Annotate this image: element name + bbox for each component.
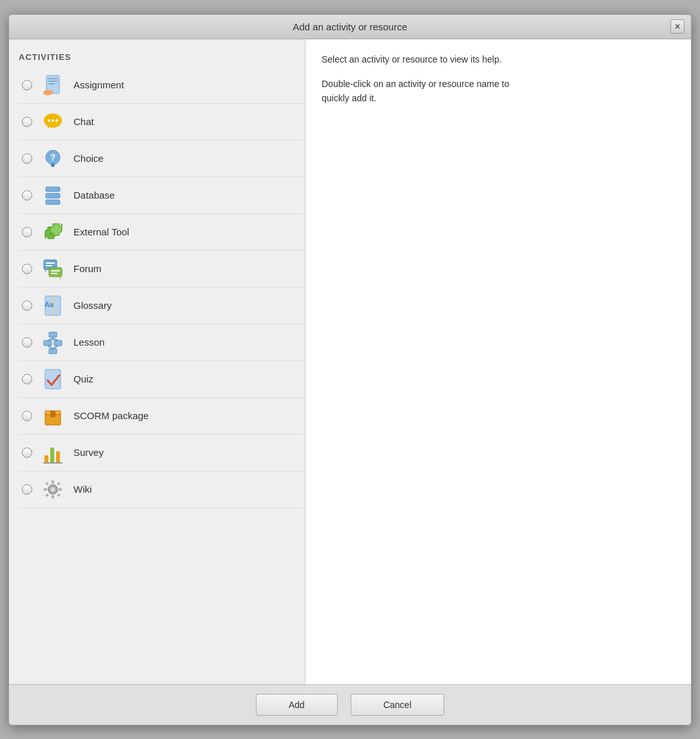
- svg-rect-2: [48, 81, 57, 82]
- svg-rect-43: [56, 451, 60, 463]
- radio-glossary[interactable]: [22, 301, 32, 311]
- radio-quiz[interactable]: [22, 374, 32, 384]
- chat-icon: [40, 109, 66, 135]
- svg-rect-5: [44, 90, 53, 94]
- survey-label: Survey: [73, 447, 104, 458]
- svg-rect-40: [50, 411, 55, 417]
- svg-rect-15: [46, 193, 60, 198]
- radio-chat[interactable]: [22, 117, 32, 127]
- content-area: ACTIVITIES: [9, 39, 691, 684]
- svg-rect-14: [46, 187, 60, 192]
- svg-rect-29: [44, 340, 52, 346]
- svg-rect-48: [52, 495, 54, 498]
- scroll-area[interactable]: ACTIVITIES: [9, 39, 305, 684]
- svg-rect-52: [57, 482, 61, 486]
- radio-survey[interactable]: [22, 448, 32, 458]
- radio-scorm[interactable]: [22, 411, 32, 421]
- assignment-icon: [40, 72, 66, 98]
- list-item[interactable]: Lesson: [19, 324, 305, 361]
- svg-point-13: [51, 163, 55, 167]
- close-button[interactable]: ×: [670, 19, 685, 34]
- radio-external-tool[interactable]: [22, 227, 32, 237]
- list-item[interactable]: Wiki: [19, 471, 305, 508]
- list-item[interactable]: External Tool: [19, 214, 305, 251]
- svg-rect-37: [45, 369, 61, 389]
- radio-lesson[interactable]: [22, 337, 32, 348]
- add-button[interactable]: Add: [256, 694, 338, 716]
- wiki-icon: [40, 477, 66, 502]
- activities-heading: ACTIVITIES: [19, 52, 305, 62]
- list-item[interactable]: Aa Glossary: [19, 288, 305, 324]
- title-bar: Add an activity or resource ×: [9, 15, 691, 39]
- svg-rect-31: [49, 349, 57, 354]
- list-item[interactable]: Forum: [19, 251, 305, 288]
- svg-rect-21: [49, 268, 62, 277]
- external-tool-icon: [40, 219, 66, 245]
- svg-rect-50: [59, 488, 62, 491]
- help-text-line1: Select an activity or resource to view i…: [322, 52, 675, 66]
- dialog-title: Add an activity or resource: [293, 21, 407, 32]
- svg-rect-49: [44, 488, 47, 491]
- svg-rect-47: [52, 480, 54, 484]
- svg-rect-22: [51, 270, 60, 271]
- list-item[interactable]: SCORM package: [19, 398, 305, 435]
- svg-rect-18: [46, 262, 55, 264]
- list-item[interactable]: Chat: [19, 104, 305, 141]
- right-panel: Select an activity or resource to view i…: [306, 39, 691, 684]
- svg-rect-41: [44, 455, 48, 463]
- svg-point-9: [52, 119, 54, 122]
- svg-line-35: [48, 346, 53, 349]
- svg-rect-19: [46, 265, 52, 266]
- svg-point-8: [48, 119, 50, 122]
- forum-label: Forum: [73, 263, 101, 274]
- glossary-label: Glossary: [73, 300, 112, 311]
- svg-text:Aa: Aa: [44, 301, 54, 308]
- dialog: Add an activity or resource × ACTIVITIES: [8, 14, 692, 725]
- svg-rect-53: [45, 493, 49, 497]
- radio-choice[interactable]: [22, 153, 32, 164]
- radio-wiki[interactable]: [22, 484, 32, 495]
- cancel-button[interactable]: Cancel: [351, 694, 445, 716]
- list-item[interactable]: Quiz: [19, 361, 305, 398]
- forum-icon: [40, 256, 66, 282]
- external-tool-label: External Tool: [73, 226, 129, 237]
- quiz-label: Quiz: [73, 373, 93, 384]
- choice-label: Choice: [73, 153, 104, 164]
- wiki-label: Wiki: [73, 484, 92, 495]
- assignment-label: Assignment: [73, 79, 124, 90]
- help-text-line2: Double-click on an activity or resource …: [322, 77, 675, 91]
- list-item[interactable]: Database: [19, 177, 305, 214]
- svg-rect-1: [48, 78, 57, 79]
- choice-icon: ?: [40, 146, 66, 172]
- database-icon: [40, 182, 66, 208]
- quiz-icon: [40, 366, 66, 392]
- lesson-icon: [40, 330, 66, 355]
- scorm-icon: [40, 403, 66, 429]
- svg-rect-54: [57, 493, 61, 497]
- svg-rect-28: [49, 332, 57, 337]
- svg-rect-30: [54, 340, 62, 346]
- glossary-icon: Aa: [40, 293, 66, 319]
- svg-rect-42: [50, 448, 54, 463]
- bottom-bar: Add Cancel: [9, 684, 691, 725]
- svg-line-36: [53, 346, 58, 349]
- list-item[interactable]: ? Choice: [19, 141, 305, 177]
- database-label: Database: [73, 190, 115, 201]
- lesson-label: Lesson: [73, 337, 104, 348]
- radio-assignment[interactable]: [22, 80, 32, 90]
- survey-icon: [40, 440, 66, 466]
- svg-point-10: [55, 119, 58, 122]
- list-item[interactable]: Survey: [19, 435, 305, 471]
- help-text-line3: quickly add it.: [322, 91, 675, 105]
- radio-forum[interactable]: [22, 264, 32, 274]
- radio-database[interactable]: [22, 190, 32, 201]
- chat-label: Chat: [73, 116, 94, 127]
- svg-point-46: [51, 488, 55, 491]
- svg-rect-3: [48, 83, 55, 84]
- list-item[interactable]: Assignment: [19, 67, 305, 104]
- scorm-label: SCORM package: [73, 410, 149, 421]
- svg-rect-51: [45, 482, 49, 486]
- left-panel: ACTIVITIES: [9, 39, 306, 684]
- svg-text:?: ?: [50, 152, 56, 163]
- svg-rect-16: [46, 200, 60, 204]
